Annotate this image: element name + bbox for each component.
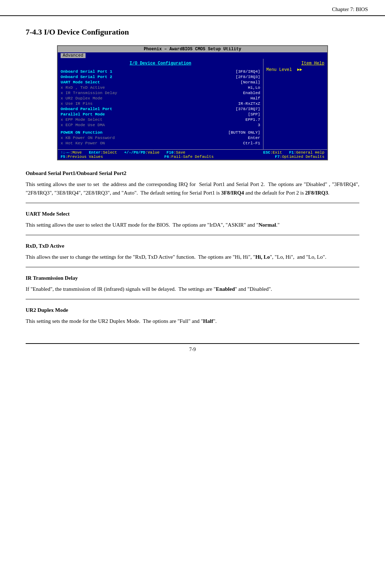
bios-item-row: POWER ON Function[BUTTON ONLY] xyxy=(61,130,260,135)
bios-item-label: x IR Transmission Delay xyxy=(61,91,117,95)
bios-item-label: x Use IR Pins xyxy=(61,101,93,106)
bios-footer-f5: F5:Previous Values xyxy=(61,155,103,159)
bios-footer-f7: F7:Optimized Defaults xyxy=(275,155,324,159)
section-text-ur2: This setting sets the mode for the UR2 D… xyxy=(26,317,359,325)
section-text-ir: If "Enabled", the transmission of IR (in… xyxy=(26,285,359,293)
section-heading-ir: IR Transmission Delay xyxy=(26,275,359,281)
bios-item-row: x UR2 Duplex ModeHalf xyxy=(61,96,260,101)
bios-footer-nav: ↑↓→←:Move Enter:Select +/-/PU/PD:Value F… xyxy=(61,150,185,155)
bios-item-row: x Use IR PinsIR-RxZTxZ xyxy=(61,101,260,106)
bios-item-row: x KB Power ON PasswordEnter xyxy=(61,135,260,140)
bios-item-value: [Normal] xyxy=(241,80,260,84)
bios-main-panel: I/O Device Configuration Onboard Serial … xyxy=(58,59,263,149)
bios-footer: ↑↓→←:Move Enter:Select +/-/PU/PD:Value F… xyxy=(58,149,327,160)
section-text-rxd: This allows the user to change the setti… xyxy=(26,253,359,261)
bios-section-title: I/O Device Configuration xyxy=(61,60,260,67)
bios-footer-line1: ↑↓→←:Move Enter:Select +/-/PU/PD:Value F… xyxy=(61,150,324,155)
bios-menu-level: Menu Level ►► xyxy=(266,67,324,73)
bios-item-row: Parallel Port Mode[SPP] xyxy=(61,112,260,117)
bios-content-area: I/O Device Configuration Onboard Serial … xyxy=(58,59,327,149)
bios-item-label: Onboard Serial Port 1 xyxy=(61,69,112,74)
bios-item-label: POWER ON Function xyxy=(61,130,102,135)
bios-items-list: Onboard Serial Port 1[3F8/IRQ4]Onboard S… xyxy=(61,69,260,146)
bios-item-label: x Hot Key Power ON xyxy=(61,141,105,145)
main-content: 7-4.3 I/O Device Configuration Phoenix –… xyxy=(0,16,385,343)
bios-item-value: IR-RxZTxZ xyxy=(238,101,260,106)
bios-item-value: [BUTTON ONLY] xyxy=(228,130,260,135)
divider-4 xyxy=(26,299,359,299)
bios-item-label: x RxD , TxD Active xyxy=(61,85,105,90)
page-header: Chapter 7: BIOS xyxy=(0,0,385,16)
bios-item-value: Enter xyxy=(248,135,260,140)
bios-item-row: Onboard Parallel Port[378/IRQ7] xyxy=(61,106,260,112)
bios-item-label: Onboard Serial Port 2 xyxy=(61,74,112,79)
bios-footer-line2: F5:Previous Values F6:Fail-Safe Defaults… xyxy=(61,155,324,159)
bios-item-row: x RxD , TxD ActiveHi,Lo xyxy=(61,85,260,90)
page-number: 7-9 xyxy=(189,347,196,352)
page-footer: 7-9 xyxy=(26,343,359,352)
bios-item-value: Hi,Lo xyxy=(248,85,260,90)
bios-help-panel: Item Help Menu Level ►► xyxy=(263,59,327,149)
bios-item-label: x UR2 Duplex Mode xyxy=(61,96,102,100)
bios-item-value: Ctrl-F1 xyxy=(243,141,260,145)
bios-menu-bar: Advanced xyxy=(58,52,327,59)
bios-item-value: [3F8/IRQ4] xyxy=(236,69,260,74)
divider-2 xyxy=(26,235,359,235)
bios-item-label: Parallel Port Mode xyxy=(61,112,105,117)
section-heading-ur2: UR2 Duplex Mode xyxy=(26,307,359,313)
section-heading-rxd: RxD, TxD Active xyxy=(26,243,359,249)
bios-item-label: x KB Power ON Password xyxy=(61,135,115,140)
section-heading-serial: Onboard Serial Port1/Onboard Serial Port… xyxy=(26,170,359,176)
section-text-uart: This setting allows the user to select t… xyxy=(26,221,359,229)
bios-item-value: [378/IRQ7] xyxy=(236,107,260,111)
bios-active-menu: Advanced xyxy=(61,53,86,58)
bios-screenshot: Phoenix – AwardBIOS CMOS Setup Utility A… xyxy=(57,45,328,160)
bios-item-row: x IR Transmission DelayEnabled xyxy=(61,90,260,96)
bios-title-bar: Phoenix – AwardBIOS CMOS Setup Utility xyxy=(58,46,327,52)
chapter-title: 7-4.3 I/O Device Configuration xyxy=(26,27,359,37)
bios-item-label: Onboard Parallel Port xyxy=(61,107,112,111)
bios-item-value: Half xyxy=(250,96,260,100)
bios-item-value: [2F8/IRQ3] xyxy=(236,74,260,79)
divider-1 xyxy=(26,203,359,203)
bios-item-value: EPP1.7 xyxy=(246,117,260,122)
chapter-label: Chapter 7: BIOS xyxy=(332,6,368,12)
bios-item-label: x EPP Mode Select xyxy=(61,117,102,122)
bios-item-row: Onboard Serial Port 1[3F8/IRQ4] xyxy=(61,69,260,74)
bios-item-value: Enabled xyxy=(243,91,260,95)
bios-item-row: x Hot Key Power ONCtrl-F1 xyxy=(61,140,260,146)
bios-help-title: Item Help xyxy=(266,60,324,67)
bios-item-row: Onboard Serial Port 2[2F8/IRQ3] xyxy=(61,74,260,79)
bios-item-row: x ECP Mode Use DMA3 xyxy=(61,122,260,128)
bios-footer-f6: F6:Fail-Safe Defaults xyxy=(164,155,214,159)
bios-footer-esc: ESC:Exit F1:General Help xyxy=(263,150,324,155)
bios-item-row: UART Mode Select[Normal] xyxy=(61,79,260,85)
bios-item-label: x ECP Mode Use DMA xyxy=(61,123,105,127)
section-heading-uart: UART Mode Select xyxy=(26,211,359,217)
section-text-serial: This setting allows the user to set the … xyxy=(26,180,359,197)
bios-item-row: x EPP Mode SelectEPP1.7 xyxy=(61,117,260,122)
bios-item-value: 3 xyxy=(258,123,260,127)
bios-item-label: UART Mode Select xyxy=(61,80,100,84)
divider-3 xyxy=(26,267,359,267)
bios-item-value: [SPP] xyxy=(248,112,260,117)
